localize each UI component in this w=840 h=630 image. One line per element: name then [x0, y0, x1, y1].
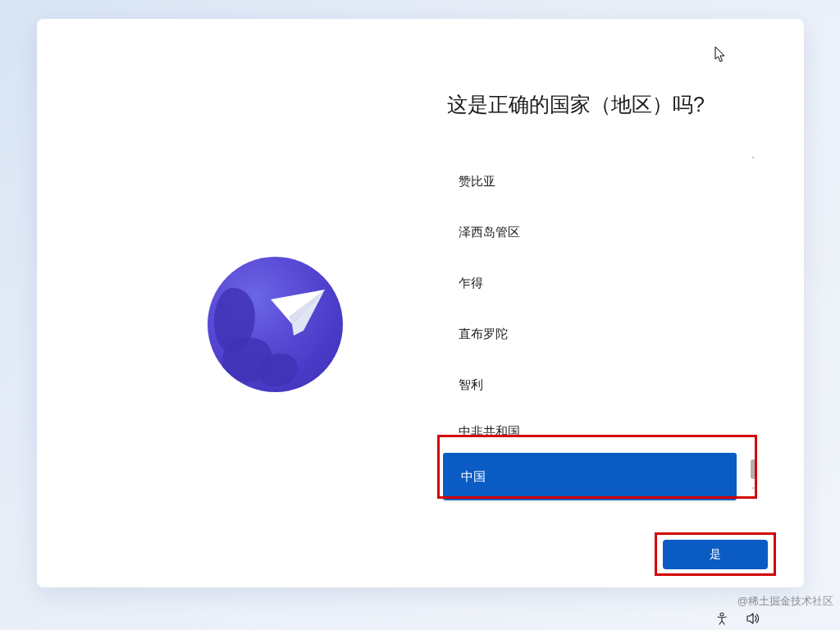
- list-item-label: 赞比亚: [459, 174, 495, 189]
- country-list-container: 赞比亚 泽西岛管区 乍得 直布罗陀 智利 中非共和国 中国 ˄ ˅: [441, 156, 765, 500]
- list-item[interactable]: 泽西岛管区: [441, 207, 742, 258]
- accessibility-icon[interactable]: [715, 612, 728, 625]
- globe-illustration: [208, 257, 343, 392]
- list-item-label: 乍得: [459, 276, 483, 291]
- list-item[interactable]: 中非共和国: [441, 410, 742, 453]
- svg-point-3: [720, 613, 724, 616]
- content-pane: 这是正确的国家（地区）吗? 赞比亚 泽西岛管区 乍得 直布罗陀 智利 中非共和国…: [439, 19, 804, 587]
- oobe-card: 这是正确的国家（地区）吗? 赞比亚 泽西岛管区 乍得 直布罗陀 智利 中非共和国…: [37, 19, 804, 587]
- scrollbar[interactable]: ˄ ˅: [749, 156, 757, 495]
- list-item[interactable]: 乍得: [441, 258, 742, 308]
- paper-plane-icon: [269, 288, 326, 337]
- list-item[interactable]: 赞比亚: [441, 156, 742, 207]
- list-item-label: 中国: [461, 469, 486, 485]
- illustration-pane: [37, 19, 439, 587]
- list-item-selected[interactable]: 中国: [443, 453, 737, 500]
- scroll-up-icon[interactable]: ˄: [749, 156, 757, 164]
- list-item-label: 直布罗陀: [459, 326, 508, 342]
- page-title: 这是正确的国家（地区）吗?: [447, 91, 804, 118]
- list-item-label: 智利: [459, 377, 483, 393]
- confirm-button[interactable]: 是: [663, 540, 768, 569]
- list-item-label: 中非共和国: [459, 424, 520, 440]
- country-list[interactable]: 赞比亚 泽西岛管区 乍得 直布罗陀 智利 中非共和国 中国: [441, 156, 742, 500]
- list-item[interactable]: 智利: [441, 359, 742, 410]
- scroll-down-icon[interactable]: ˅: [749, 486, 757, 495]
- taskbar-icons: [715, 612, 761, 625]
- list-item-label: 泽西岛管区: [459, 225, 520, 240]
- volume-icon[interactable]: [746, 612, 761, 625]
- scroll-thumb[interactable]: [751, 459, 756, 479]
- list-item[interactable]: 直布罗陀: [441, 308, 742, 359]
- watermark-text: @稀土掘金技术社区: [737, 594, 833, 609]
